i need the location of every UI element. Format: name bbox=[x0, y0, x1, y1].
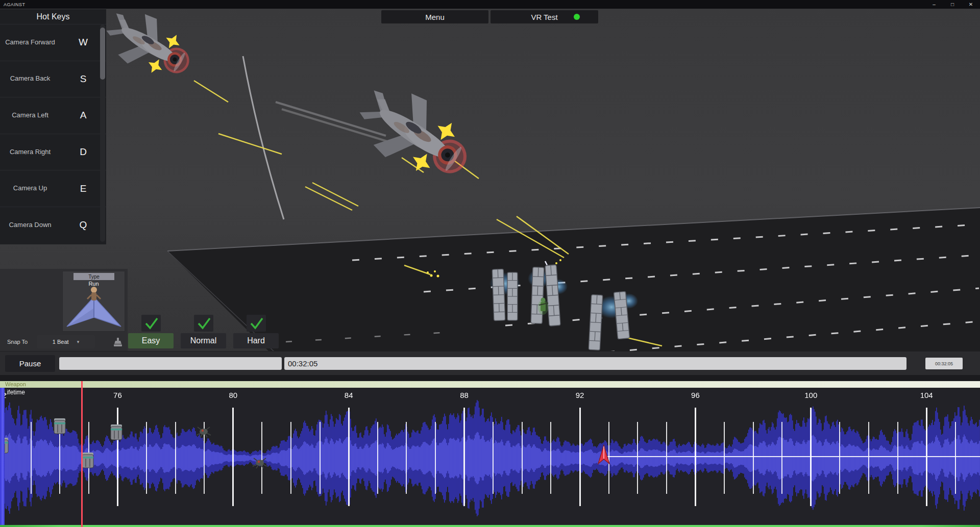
hotkeys-scrollbar[interactable] bbox=[100, 24, 105, 242]
close-button[interactable]: ✕ bbox=[962, 0, 980, 9]
scrub-bar-main[interactable]: 00:32:05 bbox=[284, 357, 906, 370]
hotkey-row[interactable]: Camera DownQ bbox=[0, 207, 106, 243]
vr-test-button[interactable]: VR Test bbox=[491, 10, 598, 23]
floor-platform bbox=[167, 208, 980, 351]
scene-3d bbox=[0, 9, 980, 351]
hotkey-label: Camera Down bbox=[0, 221, 60, 230]
snap-value: 1 Beat bbox=[53, 339, 69, 345]
timeline-objects bbox=[0, 375, 980, 527]
type-label: Type bbox=[74, 273, 114, 280]
hotkey-key: D bbox=[60, 146, 106, 158]
vr-test-label: VR Test bbox=[531, 13, 557, 21]
hotkey-key: S bbox=[60, 73, 106, 85]
contrail-streaks bbox=[243, 56, 389, 219]
selected-object-preview[interactable]: Type Run bbox=[62, 271, 125, 332]
difficulty-button-easy[interactable]: Easy bbox=[128, 333, 174, 348]
timeline-object-crate[interactable] bbox=[109, 423, 124, 443]
hotkey-row[interactable]: Camera LeftA bbox=[0, 97, 106, 134]
scrollbar-thumb[interactable] bbox=[100, 28, 105, 80]
hotkey-key: E bbox=[60, 183, 106, 194]
hotkeys-title: Hot Keys bbox=[0, 9, 106, 24]
hotkeys-list: Camera ForwardWCamera BackSCamera LeftAC… bbox=[0, 24, 106, 243]
hotkey-row[interactable]: Camera RightD bbox=[0, 134, 106, 170]
hotkeys-panel: Hot Keys Camera ForwardWCamera BackSCame… bbox=[0, 9, 106, 244]
window-title: AGAINST bbox=[0, 2, 925, 7]
weapon-track-strip bbox=[0, 381, 980, 388]
lifetime-track-label: Lifetime bbox=[4, 389, 25, 396]
difficulty-check-icon[interactable] bbox=[194, 315, 213, 332]
difficulty-option: Hard bbox=[233, 315, 279, 348]
playhead[interactable] bbox=[81, 381, 83, 527]
hotkey-row[interactable]: Camera BackS bbox=[0, 61, 106, 97]
transport-bar: Pause 00:32:05 00:32:05 bbox=[0, 351, 980, 375]
difficulty-option: Easy bbox=[128, 315, 174, 348]
placement-tool-icon[interactable] bbox=[112, 337, 124, 348]
vr-status-dot bbox=[574, 14, 580, 20]
app-window: AGAINST – □ ✕ bbox=[0, 0, 980, 527]
minimize-button[interactable]: – bbox=[925, 0, 943, 9]
enemy-plane-1[interactable] bbox=[97, 9, 201, 90]
difficulty-button-normal[interactable]: Normal bbox=[181, 333, 226, 348]
hotkey-label: Camera Left bbox=[0, 111, 60, 120]
difficulty-option: Normal bbox=[181, 315, 226, 348]
hotkey-row[interactable]: Camera UpE bbox=[0, 170, 106, 207]
timeline-object-arrow[interactable] bbox=[597, 444, 610, 467]
timeline-editor[interactable]: 72768084889296100104 Weapon Lifetime bbox=[0, 375, 980, 527]
chevron-down-icon: ▾ bbox=[77, 339, 80, 344]
hotkey-key: Q bbox=[60, 219, 106, 231]
timeline-left-edge-bar bbox=[0, 388, 5, 525]
hotkey-label: Camera Up bbox=[0, 184, 60, 193]
titlebar: AGAINST – □ ✕ bbox=[0, 0, 980, 9]
timecode-small: 00:32:05 bbox=[925, 358, 963, 369]
difficulty-button-hard[interactable]: Hard bbox=[233, 333, 279, 348]
timecode-display: 00:32:05 bbox=[288, 359, 317, 368]
weapon-track-label: Weapon bbox=[5, 381, 26, 387]
player-glider-icon bbox=[63, 282, 125, 331]
timeline-object-spider[interactable] bbox=[195, 425, 212, 440]
difficulty-check-icon[interactable] bbox=[247, 315, 266, 332]
hotkey-label: Camera Back bbox=[0, 74, 60, 83]
pause-button[interactable]: Pause bbox=[5, 355, 55, 372]
snap-to-label: Snap To bbox=[7, 339, 28, 345]
difficulty-group: EasyNormalHard bbox=[128, 315, 279, 348]
timeline-object-crate[interactable] bbox=[52, 417, 67, 437]
difficulty-check-icon[interactable] bbox=[141, 315, 161, 332]
hotkey-row[interactable]: Camera ForwardW bbox=[0, 24, 106, 61]
timeline-bottom-bar bbox=[0, 525, 980, 527]
hotkey-label: Camera Right bbox=[0, 148, 60, 157]
hotkey-label: Camera Forward bbox=[0, 38, 60, 47]
hotkey-key: A bbox=[60, 110, 106, 121]
hotkey-key: W bbox=[60, 37, 106, 48]
viewport-3d[interactable] bbox=[0, 9, 980, 351]
maximize-button[interactable]: □ bbox=[943, 0, 962, 9]
scrub-bar-left[interactable] bbox=[59, 357, 282, 370]
menu-button[interactable]: Menu bbox=[381, 10, 488, 23]
timeline-object-spider[interactable] bbox=[252, 456, 268, 471]
snap-dropdown[interactable]: 1 Beat ▾ bbox=[37, 335, 95, 348]
